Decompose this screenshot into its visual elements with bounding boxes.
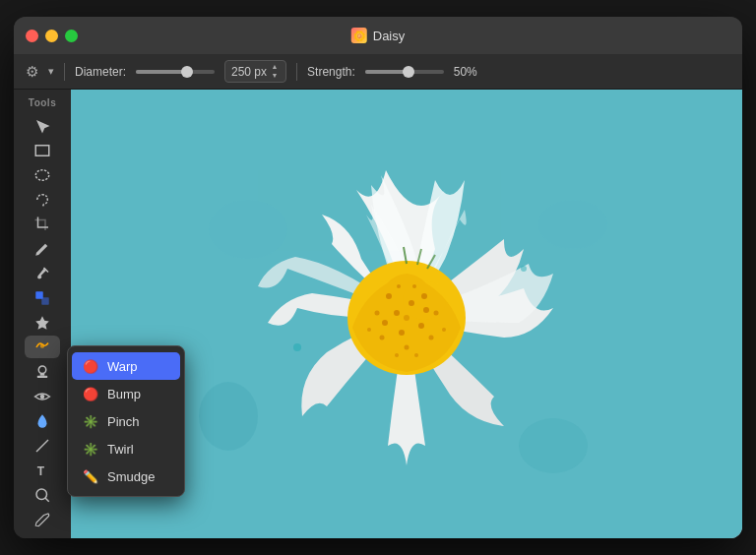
- diameter-stepper: ▲ ▼: [270, 63, 280, 80]
- svg-point-34: [429, 336, 434, 340]
- svg-point-35: [380, 336, 385, 340]
- app-window: 🌼 Daisy ⚙ ▾ Diameter: 250 px ▲ ▼ Strengt…: [14, 17, 742, 538]
- tool-ellipse[interactable]: [25, 163, 60, 186]
- svg-point-23: [394, 310, 400, 316]
- tool-arrow[interactable]: [25, 114, 60, 137]
- twirl-label: Twirl: [107, 442, 134, 457]
- diameter-slider[interactable]: [136, 70, 215, 74]
- tool-text[interactable]: T: [25, 459, 60, 481]
- dropdown-arrow-icon[interactable]: ▾: [48, 65, 54, 78]
- svg-rect-4: [41, 297, 49, 305]
- svg-marker-5: [35, 316, 49, 330]
- strength-value-text: 50%: [454, 65, 477, 79]
- tool-pen[interactable]: [25, 237, 60, 260]
- smudge-icon: ✏️: [82, 467, 99, 485]
- title-bar: 🌼 Daisy: [14, 17, 742, 54]
- diameter-label: Diameter:: [75, 65, 126, 79]
- svg-point-37: [397, 284, 401, 288]
- bump-label: Bump: [107, 387, 141, 401]
- gear-icon[interactable]: ⚙: [26, 63, 38, 81]
- svg-point-40: [367, 328, 371, 332]
- svg-rect-8: [40, 373, 45, 375]
- warp-icon: 🔴: [82, 357, 99, 375]
- svg-point-32: [434, 311, 439, 316]
- tools-title: Tools: [29, 97, 56, 108]
- svg-point-24: [409, 300, 414, 306]
- diameter-slider-thumb[interactable]: [181, 66, 193, 78]
- svg-point-30: [386, 293, 392, 299]
- svg-point-38: [412, 284, 416, 288]
- toolbar-separator-2: [296, 63, 297, 81]
- tool-lasso[interactable]: [25, 188, 60, 211]
- strength-slider[interactable]: [365, 70, 444, 74]
- svg-point-41: [414, 353, 418, 357]
- svg-point-29: [404, 315, 410, 321]
- toolbar-separator-1: [64, 63, 65, 81]
- svg-point-27: [399, 330, 405, 336]
- svg-point-6: [40, 343, 45, 348]
- document-icon: 🌼: [351, 28, 367, 43]
- bump-icon: 🔴: [82, 385, 99, 402]
- strength-label: Strength:: [307, 65, 355, 79]
- svg-point-36: [405, 345, 410, 350]
- svg-point-16: [209, 200, 287, 259]
- tool-shape[interactable]: [25, 311, 60, 334]
- tool-fill[interactable]: [25, 286, 60, 309]
- sidebar: Tools: [14, 90, 71, 538]
- tool-rectangle[interactable]: [25, 139, 60, 161]
- minimize-button[interactable]: [45, 30, 58, 42]
- strength-slider-fill: [365, 70, 405, 74]
- dropdown-item-twirl[interactable]: ✳️ Twirl: [72, 435, 180, 462]
- svg-point-46: [293, 343, 301, 351]
- svg-line-14: [45, 498, 49, 502]
- svg-rect-9: [37, 375, 48, 377]
- tool-eye[interactable]: [25, 385, 60, 407]
- close-button[interactable]: [26, 30, 38, 42]
- svg-point-28: [382, 320, 388, 326]
- window-title: Daisy: [373, 29, 406, 43]
- svg-point-1: [35, 169, 49, 180]
- pinch-label: Pinch: [107, 414, 140, 429]
- diameter-up-button[interactable]: ▲: [270, 63, 280, 71]
- tool-zoom[interactable]: [25, 483, 60, 506]
- tool-warp[interactable]: [25, 336, 60, 358]
- tool-drop[interactable]: [25, 409, 60, 432]
- dropdown-item-pinch[interactable]: ✳️ Pinch: [72, 407, 180, 435]
- dropdown-item-warp[interactable]: 🔴 Warp: [72, 352, 180, 380]
- strength-slider-thumb[interactable]: [403, 66, 414, 78]
- svg-text:T: T: [37, 463, 45, 477]
- tool-crop[interactable]: [25, 213, 60, 235]
- dropdown-item-bump[interactable]: 🔴 Bump: [72, 380, 180, 407]
- traffic-lights: [26, 30, 78, 42]
- diameter-down-button[interactable]: ▼: [270, 72, 280, 80]
- diameter-slider-fill: [136, 70, 183, 74]
- svg-point-33: [375, 311, 380, 316]
- svg-point-31: [421, 293, 427, 299]
- maximize-button[interactable]: [65, 30, 78, 42]
- tool-eyedropper[interactable]: [25, 508, 60, 530]
- svg-point-42: [395, 353, 399, 357]
- tool-brush[interactable]: [25, 262, 60, 284]
- svg-point-19: [519, 418, 588, 473]
- svg-point-47: [521, 266, 527, 272]
- diameter-slider-container: [136, 70, 215, 74]
- smudge-label: Smudge: [107, 469, 155, 484]
- title-bar-center: 🌼 Daisy: [351, 28, 406, 43]
- twirl-icon: ✳️: [82, 440, 99, 458]
- svg-point-18: [199, 382, 258, 451]
- svg-line-11: [36, 440, 48, 452]
- dropdown-item-smudge[interactable]: ✏️ Smudge: [72, 462, 180, 490]
- main-content: Tools: [14, 90, 742, 538]
- pinch-icon: ✳️: [82, 412, 99, 430]
- tool-line[interactable]: [25, 434, 60, 457]
- tool-stamp[interactable]: [25, 360, 60, 383]
- svg-point-7: [38, 366, 46, 374]
- toolbar: ⚙ ▾ Diameter: 250 px ▲ ▼ Strength: 50%: [14, 54, 742, 90]
- diameter-value-text: 250 px: [231, 65, 267, 79]
- svg-point-17: [538, 200, 607, 249]
- warp-label: Warp: [107, 359, 138, 374]
- svg-point-25: [423, 307, 429, 313]
- strength-slider-container: [365, 70, 444, 74]
- svg-point-39: [442, 328, 446, 332]
- diameter-value-input[interactable]: 250 px ▲ ▼: [224, 60, 286, 83]
